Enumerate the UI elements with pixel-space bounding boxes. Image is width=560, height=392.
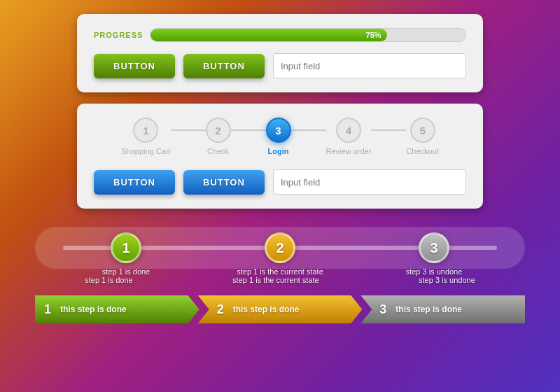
card2-button2[interactable]: BUTTON <box>183 170 265 195</box>
strip-container: 1 step 1 is done 2 step 1 is the current… <box>35 227 525 269</box>
arrow-num-1: 1 <box>35 295 60 323</box>
strip-label-3: step 3 is undone <box>406 267 463 276</box>
step-5-label: Checkout <box>406 147 438 155</box>
arrow-bg-2: 2 this step is done <box>198 295 363 323</box>
strip-wrapper: 1 step 1 is done 2 step 1 is the current… <box>35 227 525 284</box>
strip-step-3: 3 step 3 is undone <box>357 232 511 263</box>
strip-label-below-3: step 3 is undone <box>419 276 475 284</box>
connector-4-5 <box>371 130 406 131</box>
step-5: 5 Checkout <box>406 118 438 155</box>
card2-input[interactable] <box>273 169 466 195</box>
arrow-num-2: 2 <box>208 295 233 323</box>
step-1-circle: 1 <box>133 118 158 143</box>
arrow-text-1: this step is done <box>60 304 200 314</box>
card1-btn-row: BUTTON BUTTON <box>94 53 466 78</box>
arrow-text-2: this step is done <box>233 304 363 314</box>
connector-1-2 <box>171 130 206 131</box>
strip-circle-1: 1 <box>111 232 141 263</box>
step-4-circle: 4 <box>336 118 361 143</box>
card1-button1[interactable]: BUTTON <box>94 54 175 78</box>
card1-button2[interactable]: BUTTON <box>183 54 265 78</box>
step-3-circle: 3 <box>266 118 291 143</box>
progress-label: PROGRESS <box>94 31 143 39</box>
step-4: 4 Review order <box>326 118 372 155</box>
step-2-label: Check <box>207 147 229 155</box>
card2-button1[interactable]: BUTTON <box>94 170 175 195</box>
step-3-label: Login <box>268 147 289 155</box>
arrow-num-3: 3 <box>370 295 396 323</box>
strip-circle-2: 2 <box>265 232 295 263</box>
arrow-step-1: 1 this step is done <box>35 295 200 323</box>
strip-label-2: step 1 is the current state <box>237 267 323 276</box>
progress-row: PROGRESS 75% <box>94 28 466 42</box>
arrow-container: 1 this step is done 2 this step is done … <box>35 295 525 323</box>
arrow-bg-1: 1 this step is done <box>35 295 200 323</box>
step-1: 1 Shopping Cart <box>121 118 170 155</box>
strip-step-1: 1 step 1 is done <box>49 232 203 263</box>
arrow-bg-3: 3 this step is done <box>360 295 525 323</box>
steps-card: 1 Shopping Cart 2 Check 3 Login 4 Review… <box>77 104 483 209</box>
connector-3-4 <box>291 130 326 131</box>
connector-2-3 <box>231 130 266 131</box>
strip-label-1: step 1 is done <box>102 267 150 276</box>
card2-btn-row: BUTTON BUTTON <box>94 169 466 195</box>
steps-row: 1 Shopping Cart 2 Check 3 Login 4 Review… <box>94 118 466 155</box>
step-2: 2 Check <box>206 118 231 155</box>
step-5-circle: 5 <box>410 118 435 143</box>
arrow-step-3: 3 this step is done <box>360 295 525 323</box>
progress-bar-inner: 75% <box>150 29 386 41</box>
strip-label-below-2: step 1 is the current state <box>232 276 319 284</box>
strip-circle-3: 3 <box>419 232 449 263</box>
strip-labels-row: step 1 is done step 1 is the current sta… <box>35 276 525 284</box>
step-4-label: Review order <box>326 147 372 155</box>
step-3: 3 Login <box>266 118 291 155</box>
strip-step-2: 2 step 1 is the current state <box>203 232 357 263</box>
step-1-label: Shopping Cart <box>121 147 170 155</box>
step-2-circle: 2 <box>206 118 231 143</box>
arrow-step-2: 2 this step is done <box>198 295 363 323</box>
progress-card: PROGRESS 75% BUTTON BUTTON <box>77 14 483 92</box>
progress-bar-outer: 75% <box>150 28 466 42</box>
progress-pct: 75% <box>366 31 382 39</box>
arrow-text-3: this step is done <box>396 304 525 314</box>
strip-label-below-1: step 1 is done <box>85 276 133 284</box>
card1-input[interactable] <box>273 53 466 78</box>
